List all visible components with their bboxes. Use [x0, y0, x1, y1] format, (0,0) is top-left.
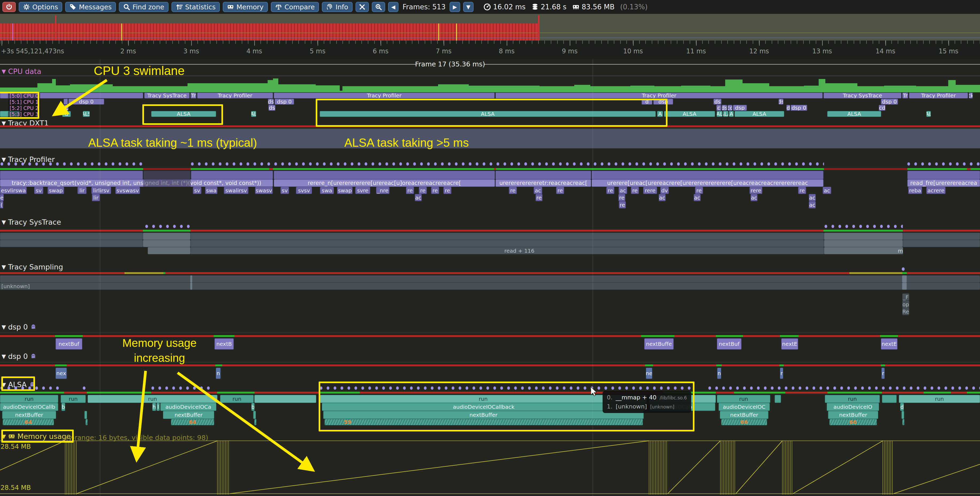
zone[interactable]: b	[61, 403, 65, 411]
zone[interactable]	[902, 411, 904, 419]
zone[interactable]: A	[729, 111, 734, 117]
zone[interactable]: _F	[902, 293, 909, 301]
zone[interactable]	[254, 395, 316, 403]
section-header-cpu-data[interactable]: ▼CPU data	[2, 67, 41, 76]
zone[interactable]: ALSA	[827, 111, 881, 117]
frame-overview[interactable]	[0, 14, 980, 41]
zone[interactable]: n	[717, 368, 721, 379]
section-header-tracy-sampling[interactable]: ▼Tracy Sampling	[2, 263, 63, 271]
zone[interactable]: AL	[251, 111, 256, 117]
collapse-triangle-icon[interactable]: ▼	[2, 264, 6, 270]
statistics-button[interactable]: Statistics	[172, 2, 220, 12]
zone[interactable]: esvlirswa	[0, 187, 27, 194]
zone[interactable]: Tracy Profiler	[274, 93, 495, 98]
zone[interactable]: nextBuffer	[163, 411, 214, 419]
zone[interactable]	[882, 395, 897, 403]
zone[interactable]: d	[900, 403, 904, 411]
zone[interactable]: re	[556, 187, 564, 194]
zone[interactable]	[0, 171, 143, 179]
zone[interactable]: (	[0, 201, 3, 208]
frame-dropdown-button[interactable]: ▼	[463, 2, 474, 12]
collapse-triangle-icon[interactable]: ▼	[2, 324, 6, 330]
zone[interactable]	[902, 282, 907, 290]
zone[interactable]	[253, 411, 256, 419]
zone[interactable]	[592, 171, 824, 179]
zone[interactable]	[0, 240, 143, 247]
section-header-dsp0-a[interactable]: ▼dsp 0	[2, 323, 37, 331]
zone[interactable]: dsp	[733, 105, 747, 111]
zone[interactable]: re	[695, 187, 703, 194]
zone[interactable]: lir	[92, 194, 100, 201]
zone[interactable]	[903, 240, 980, 247]
zone[interactable]: Tr	[191, 93, 196, 98]
zone[interactable]: r	[780, 368, 783, 379]
zone[interactable]: re	[406, 187, 414, 194]
zone[interactable]: re	[798, 187, 806, 194]
zone[interactable]: audioDeviceIOCallb	[0, 403, 58, 411]
zone[interactable]: swap	[337, 187, 353, 194]
zone[interactable]	[0, 275, 980, 282]
zone[interactable]	[191, 240, 824, 247]
zone[interactable]: nextBuffer	[720, 411, 768, 419]
zone[interactable]	[191, 233, 824, 240]
zone[interactable]: cd	[728, 105, 732, 111]
zone[interactable]: 64	[171, 419, 214, 425]
zone[interactable]: ne	[646, 368, 652, 379]
zone[interactable]: sv	[280, 187, 289, 194]
zone[interactable]	[902, 275, 907, 282]
zone[interactable]	[824, 240, 903, 247]
collapse-triangle-icon[interactable]: ▼	[2, 156, 6, 163]
collapse-triangle-icon[interactable]: ▼	[2, 353, 6, 360]
zone[interactable]: ds	[779, 99, 783, 105]
zone[interactable]: nextBuffer	[828, 411, 878, 419]
zone[interactable]: 64	[3, 419, 54, 425]
zone[interactable]: dsp 0	[275, 99, 294, 105]
zone[interactable]: r	[881, 368, 885, 379]
zone[interactable]	[0, 233, 143, 240]
memory-button[interactable]: Memory	[223, 2, 268, 12]
zone[interactable]: ALA	[723, 111, 729, 117]
info-button[interactable]: Info	[322, 2, 352, 12]
zone[interactable]: _nre	[376, 187, 390, 194]
zone[interactable]: svswasv	[115, 187, 140, 194]
zone[interactable]: d	[62, 111, 71, 117]
zone[interactable]: sv	[193, 187, 201, 194]
messages-button[interactable]: Messages	[65, 2, 116, 12]
zone[interactable]	[907, 171, 980, 179]
zone[interactable]: run	[717, 395, 770, 403]
zone[interactable]: swap	[48, 187, 64, 194]
zone[interactable]: nextBuffer	[2, 411, 56, 419]
zone[interactable]: audioDeviceIOCa	[160, 403, 216, 411]
zone[interactable]: run	[88, 395, 218, 403]
zone[interactable]	[902, 419, 904, 425]
zone[interactable]	[148, 247, 191, 254]
zone[interactable]: nextBuf	[717, 338, 741, 350]
zone[interactable]: sv	[34, 187, 43, 194]
zone[interactable]: urererererereretr:reacreacreac[	[495, 179, 591, 187]
zone[interactable]: nextBuf	[56, 338, 82, 350]
zone[interactable]: ds	[268, 99, 274, 105]
zone[interactable]: ds	[713, 99, 721, 105]
zone[interactable]: ac	[619, 187, 627, 194]
zone[interactable]: read_fre[urererereacrea	[907, 179, 980, 187]
zone[interactable]: dsp 0	[68, 99, 104, 105]
zone[interactable]: dsp 0	[791, 105, 807, 111]
zone[interactable]: ds	[269, 105, 275, 111]
zone[interactable]: run	[220, 395, 254, 403]
next-frame-button[interactable]: ▶	[450, 2, 460, 12]
zone[interactable]: re	[618, 194, 625, 201]
zone[interactable]: mre	[824, 247, 903, 254]
zone[interactable]: run	[899, 395, 980, 403]
zone[interactable]: [unknown]	[0, 282, 980, 290]
zone[interactable]: ac	[751, 194, 757, 201]
zone[interactable]: p 0	[61, 105, 68, 111]
zone[interactable]: re	[431, 187, 439, 194]
zone[interactable]: re	[509, 187, 517, 194]
zone[interactable]: svre	[355, 187, 370, 194]
zone[interactable]: ac	[809, 201, 816, 208]
timeline-ruler[interactable]: +3s 545,121,473ns2 ms3 ms4 ms5 ms6 ms7 m…	[0, 41, 980, 59]
zone[interactable]: acrere	[926, 187, 945, 194]
zone[interactable]	[143, 240, 191, 247]
zone[interactable]	[191, 171, 273, 179]
zone[interactable]: tracy::backtrace_qsort(void*, unsigned i…	[0, 179, 273, 187]
